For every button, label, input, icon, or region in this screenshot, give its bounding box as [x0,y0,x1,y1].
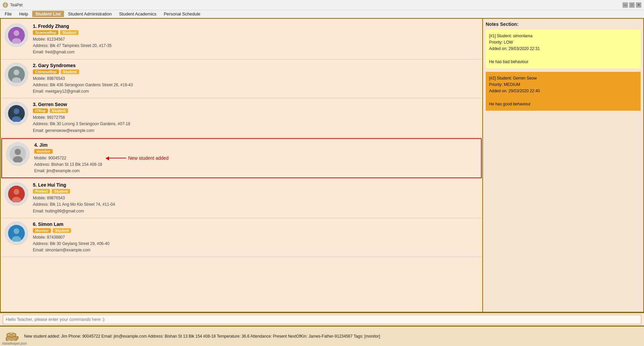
notes-panel: Notes Section: [#1] Student: simonlama P… [483,18,644,312]
student-tag: Student [52,189,70,194]
svg-point-20 [9,334,13,336]
student-tag: Prefect [33,189,50,194]
student-name: 4. Jim [34,142,477,148]
student-tags: ITRepStudent [33,108,478,113]
student-avatar [5,23,28,47]
student-info: 5. Lee Hui TingPrefectStudentMobile: 898… [33,182,478,214]
student-detail: Mobile: 81234567Address: Blk 47 Tampines… [33,36,478,56]
student-list-panel: 1. Freddy ZhangScienceRepStudentMobile: … [0,18,483,312]
menu-bar: FileHelpStudent ListStudent Administrati… [0,10,644,18]
student-tag: Student [60,30,78,35]
svg-point-13 [13,189,19,195]
note-priority: Priority: LOW [489,40,513,45]
footer-path: /data/teapet.json [0,341,644,346]
student-detail: Mobile: 89876543Address: Blk 11 Ang Mo K… [33,195,478,214]
close-button[interactable]: ✕ [636,2,641,8]
title-bar: 🍵 TeaPet — □ ✕ [0,0,644,10]
svg-point-4 [13,69,19,75]
student-tag: monitor [34,149,53,154]
svg-point-23 [11,332,12,334]
student-detail: Mobile: 89876543Address: Blk 436 Serango… [33,76,478,95]
student-tags: ScienceRepStudent [33,30,478,35]
student-tag: ChineseRep [33,69,59,74]
new-student-annotation: New student added [106,155,169,161]
student-name: 2. Gary Syndromes [33,63,478,68]
window-controls: — □ ✕ [623,2,641,8]
note-added: Added on: 29/03/2020 22:40 [489,89,540,93]
note-content: He has good behaviour [489,102,531,106]
student-tag: ITRep [33,108,48,113]
note-card: [#2] Student: Gerren Seow Priority: MEDI… [486,72,641,111]
menu-item-file[interactable]: File [1,11,15,17]
note-content: He has bad behaviour [489,59,528,64]
student-tag: Student [53,228,71,233]
svg-point-10 [15,149,21,155]
student-card[interactable]: 2. Gary SyndromesChineseRepStudentMobile… [1,59,482,99]
student-card[interactable]: 3. Gerren SeowITRepStudentMobile: 992727… [1,98,482,138]
minimize-button[interactable]: — [623,2,628,8]
student-info: 1. Freddy ZhangScienceRepStudentMobile: … [33,23,478,56]
student-info: 2. Gary SyndromesChineseRepStudentMobile… [33,63,478,95]
student-card[interactable]: 5. Lee Hui TingPrefectStudentMobile: 898… [1,179,482,218]
svg-point-7 [13,108,19,114]
annotation-label: New student added [128,155,169,161]
student-card[interactable]: 1. Freddy ZhangScienceRepStudentMobile: … [1,20,482,59]
note-added: Added on: 29/03/2020 22:31 [489,46,540,51]
student-tags: ChineseRepStudent [33,69,478,74]
student-name: 1. Freddy Zhang [33,23,478,29]
student-card[interactable]: 4. JimmonitorMobile: 90045722Address: Bi… [1,138,482,179]
status-message: New student added: Jim Phone: 90045722 E… [24,334,640,339]
student-info: 3. Gerren SeowITRepStudentMobile: 992727… [33,102,478,134]
student-detail: Mobile: 90045722Address: Bishan St 13 Bl… [34,155,477,175]
student-info: 6. Simon LamMonitorStudentMobile: 874388… [33,221,478,254]
note-id: [#1] Student: simonlama [489,34,532,38]
student-tag: Student [61,69,79,74]
student-tag: Student [50,108,68,113]
student-tag: Monitor [33,228,51,233]
menu-item-help[interactable]: Help [16,11,32,17]
student-tags: PrefectStudent [33,189,478,194]
annotation-arrow [106,158,126,158]
student-tag: ScienceRep [33,30,58,35]
student-tags: MonitorStudent [33,228,478,233]
maximize-button[interactable]: □ [629,2,635,8]
note-priority: Priority: MEDIUM [489,82,520,87]
notes-header: Notes Section: [486,21,641,27]
student-detail: Mobile: 99272758Address: Blk 30 Lorong 3… [33,114,478,134]
student-info: 4. JimmonitorMobile: 90045722Address: Bi… [34,142,477,175]
menu-item-student-administration[interactable]: Student Administration [65,11,115,17]
student-name: 3. Gerren Seow [33,102,478,107]
menu-item-student-academics[interactable]: Student Academics [116,11,160,17]
student-avatar [6,142,30,166]
student-name: 5. Lee Hui Ting [33,182,478,188]
main-layout: 1. Freddy ZhangScienceRepStudentMobile: … [0,18,644,312]
app-title: TeaPet [10,3,22,7]
svg-point-1 [13,30,19,36]
note-card: [#1] Student: simonlama Priority: LOW Ad… [486,30,641,68]
command-bar [0,312,644,326]
app-icon: 🍵 [3,2,8,8]
student-avatar [5,221,28,245]
svg-point-16 [13,228,19,234]
student-avatar [5,102,28,125]
student-avatar [5,182,28,206]
student-detail: Mobile: 87438807Address: Blk 30 Geylang … [33,234,478,254]
student-name: 6. Simon Lam [33,221,478,227]
student-avatar [5,63,28,86]
command-input[interactable] [3,315,641,324]
menu-item-student-list[interactable]: Student List [32,11,64,17]
note-id: [#2] Student: Gerren Seow [489,76,537,81]
student-tags: monitor [34,149,477,154]
student-card[interactable]: 6. Simon LamMonitorStudentMobile: 874388… [1,218,482,257]
menu-item-personal-schedule[interactable]: Personal Schedule [160,11,204,17]
